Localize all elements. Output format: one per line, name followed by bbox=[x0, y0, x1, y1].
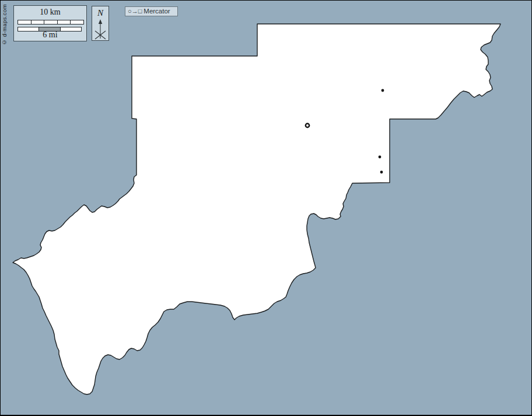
compass-rose-icon bbox=[93, 19, 108, 40]
scale-bar: 10 km 6 mi bbox=[13, 5, 87, 41]
north-label: N bbox=[92, 8, 108, 18]
projection-name: Mercator bbox=[144, 8, 170, 15]
km-bar bbox=[18, 20, 84, 25]
scale-segment bbox=[58, 20, 71, 24]
scale-mi-label: 6 mi bbox=[14, 30, 86, 40]
scale-segment bbox=[71, 20, 83, 24]
town-dot-marker bbox=[380, 171, 383, 174]
projection-symbols-icon: ○→□ bbox=[128, 8, 142, 15]
city-ring-marker bbox=[306, 124, 309, 127]
town-dot-marker bbox=[382, 89, 384, 92]
compass: N bbox=[92, 6, 109, 41]
credit-text: © d-maps.com bbox=[1, 4, 8, 46]
region-outline bbox=[13, 24, 501, 394]
scale-segment bbox=[18, 20, 32, 24]
town-dot-marker bbox=[379, 156, 382, 159]
projection-label: ○→□ Mercator bbox=[125, 6, 178, 16]
scale-km-label: 10 km bbox=[14, 8, 86, 17]
scale-segment bbox=[32, 20, 45, 24]
map-canvas bbox=[1, 1, 532, 416]
scale-segment bbox=[44, 20, 58, 24]
map-page: © d-maps.com 10 km 6 mi N ○→□ Mercator bbox=[0, 0, 532, 416]
